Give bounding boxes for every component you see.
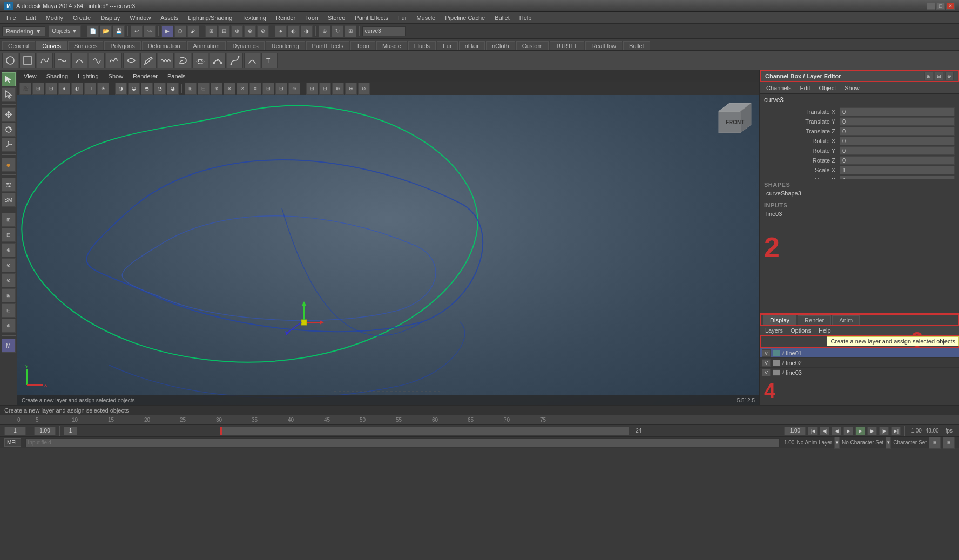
tb-lasso[interactable]: ⬡ bbox=[174, 25, 186, 37]
inputs-item-line03[interactable]: line03 bbox=[764, 210, 955, 218]
menu-muscle[interactable]: Muscle bbox=[412, 14, 440, 22]
sculpt-tool[interactable]: ≋ bbox=[2, 178, 16, 192]
tb-save[interactable]: 💾 bbox=[113, 25, 125, 37]
tb-open[interactable]: 📂 bbox=[100, 25, 112, 37]
tab-surfaces[interactable]: Surfaces bbox=[68, 41, 103, 50]
ch-menu-show[interactable]: Show bbox=[840, 84, 864, 92]
menu-window[interactable]: Window bbox=[125, 14, 155, 22]
char-set-btn2[interactable]: ⊟ bbox=[943, 437, 955, 449]
menu-file[interactable]: File bbox=[2, 14, 21, 22]
cb-icon2[interactable]: ⊟ bbox=[935, 72, 943, 80]
ch-val-rotatez[interactable]: 0 bbox=[840, 156, 955, 165]
vpt-shading5[interactable]: ◕ bbox=[167, 83, 179, 95]
ch-menu-channels[interactable]: Channels bbox=[762, 84, 795, 92]
tb-snap2[interactable]: ⊟ bbox=[218, 25, 230, 37]
layer-row-line02[interactable]: V / line02 bbox=[760, 358, 959, 368]
redirect[interactable]: ⊟ bbox=[2, 228, 16, 242]
vpt-toggle6[interactable]: ≡ bbox=[249, 83, 261, 95]
shelf-icon-helix[interactable] bbox=[175, 53, 191, 68]
pb-play-fwd[interactable]: ▶ bbox=[855, 427, 865, 435]
soft-mod[interactable]: SM bbox=[2, 193, 16, 207]
anim-layer-dropdown[interactable]: ▼ bbox=[834, 437, 840, 449]
viewport[interactable]: FRONT bbox=[17, 95, 759, 405]
tab-muscle[interactable]: Muscle bbox=[376, 41, 407, 50]
tb-snap5[interactable]: ⊘ bbox=[257, 25, 269, 37]
vpt-toggle2[interactable]: ⊟ bbox=[198, 83, 210, 95]
tab-general[interactable]: General bbox=[2, 41, 35, 50]
tab-rendering[interactable]: Rendering bbox=[266, 41, 305, 50]
tb-render2[interactable]: ◐ bbox=[288, 25, 300, 37]
shelf-icon-curve5[interactable] bbox=[106, 53, 122, 68]
lm-help[interactable]: Help bbox=[815, 327, 834, 334]
crease3[interactable]: ⊘ bbox=[2, 273, 16, 287]
view-cube[interactable]: FRONT bbox=[716, 100, 754, 138]
vpt-flat[interactable]: ◐ bbox=[71, 83, 83, 95]
move-tool[interactable] bbox=[2, 107, 16, 122]
ch-val-translatex[interactable]: 0 bbox=[840, 107, 955, 116]
vpt-shading2[interactable]: ◒ bbox=[128, 83, 140, 95]
tab-nhair[interactable]: nHair bbox=[459, 41, 485, 50]
scale-tool[interactable] bbox=[2, 138, 16, 152]
cb-icon3[interactable]: ⊕ bbox=[945, 72, 954, 80]
menu-stereo[interactable]: Stereo bbox=[323, 14, 349, 22]
object-name-input[interactable] bbox=[362, 26, 406, 36]
menu-bullet[interactable]: Bullet bbox=[490, 14, 514, 22]
universal-manip[interactable]: ● bbox=[2, 158, 16, 172]
shelf-icon-curveonsurf[interactable] bbox=[192, 53, 208, 68]
command-input[interactable] bbox=[25, 438, 780, 447]
vpt-extra2[interactable]: ⊘ bbox=[358, 83, 370, 95]
tab-dynamics[interactable]: Dynamics bbox=[227, 41, 265, 50]
crease6[interactable]: ⊕ bbox=[2, 319, 16, 333]
tab-custom[interactable]: Custom bbox=[516, 41, 549, 50]
rendering-dropdown[interactable]: Rendering ▼ bbox=[2, 26, 45, 36]
char-set-dropdown[interactable]: ▼ bbox=[886, 437, 891, 449]
vp-menu-renderer[interactable]: Renderer bbox=[129, 72, 162, 80]
paint-select[interactable] bbox=[2, 87, 16, 102]
tb-render3[interactable]: ◑ bbox=[301, 25, 313, 37]
vp-menu-show[interactable]: Show bbox=[104, 72, 128, 80]
shelf-icon-arc[interactable] bbox=[244, 53, 260, 68]
vpt-wire[interactable]: ⊟ bbox=[45, 83, 57, 95]
shelf-icon-curve6[interactable] bbox=[123, 53, 139, 68]
tab-anim[interactable]: Anim bbox=[832, 315, 860, 325]
lm-layers[interactable]: Layers bbox=[762, 327, 786, 334]
menu-display[interactable]: Display bbox=[96, 14, 124, 22]
crease2[interactable]: ⊗ bbox=[2, 258, 16, 272]
tab-fur[interactable]: Fur bbox=[437, 41, 458, 50]
pb-prev-key[interactable]: ◀| bbox=[820, 427, 829, 435]
shelf-icon-curve3[interactable] bbox=[71, 53, 87, 68]
vpt-shading1[interactable]: ◑ bbox=[115, 83, 127, 95]
tab-display[interactable]: Display bbox=[763, 315, 796, 325]
show-manip[interactable]: ⊞ bbox=[2, 213, 16, 227]
vp-menu-panels[interactable]: Panels bbox=[163, 72, 190, 80]
tb-undo[interactable]: ↩ bbox=[131, 25, 143, 37]
vpt-toggle3[interactable]: ⊕ bbox=[211, 83, 222, 95]
transform-gizmo[interactable] bbox=[282, 300, 325, 373]
shelf-icon-curve4[interactable] bbox=[89, 53, 105, 68]
vpt-toggle7[interactable]: ⊞ bbox=[262, 83, 274, 95]
tb-move[interactable]: ⊕ bbox=[319, 25, 330, 37]
crease4[interactable]: ⊞ bbox=[2, 288, 16, 302]
vpt-toggle9[interactable]: ⊕ bbox=[288, 83, 300, 95]
pb-play-rev[interactable]: ▶ bbox=[843, 427, 853, 435]
tb-snap4[interactable]: ⊗ bbox=[244, 25, 256, 37]
menu-modify[interactable]: Modify bbox=[42, 14, 67, 22]
tab-curves[interactable]: Curves bbox=[36, 41, 67, 50]
menu-create[interactable]: Create bbox=[69, 14, 95, 22]
vpt-cam[interactable]: 🎥 bbox=[19, 83, 31, 95]
maximize-button[interactable]: □ bbox=[936, 2, 945, 10]
objects-dropdown[interactable]: Objects ▼ bbox=[49, 25, 81, 37]
playback-start-input[interactable] bbox=[784, 427, 806, 435]
menu-texturing[interactable]: Texturing bbox=[238, 14, 271, 22]
shelf-icon-ep[interactable] bbox=[210, 53, 226, 68]
vpt-shading4[interactable]: ◔ bbox=[154, 83, 166, 95]
minimize-button[interactable]: ─ bbox=[927, 2, 935, 10]
vpt-iso1[interactable]: ⊞ bbox=[306, 83, 318, 95]
tab-toon[interactable]: Toon bbox=[350, 41, 375, 50]
menu-render[interactable]: Render bbox=[272, 14, 300, 22]
tb-select[interactable]: ▶ bbox=[161, 25, 173, 37]
layer-row-line01[interactable]: V / line01 bbox=[760, 348, 959, 358]
layer-vis-line03[interactable]: V bbox=[762, 369, 771, 376]
menu-lighting[interactable]: Lighting/Shading bbox=[184, 14, 237, 22]
menu-painteffects[interactable]: Paint Effects bbox=[350, 14, 393, 22]
